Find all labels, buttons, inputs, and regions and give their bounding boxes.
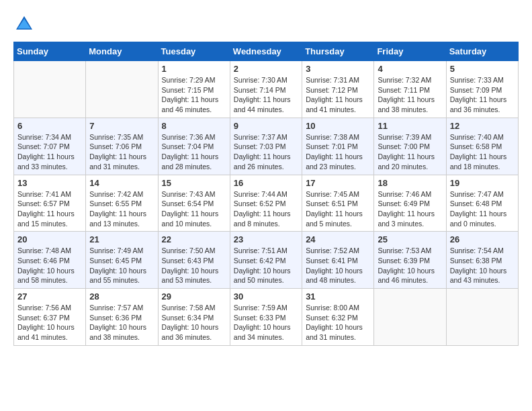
- calendar-day-cell: 16Sunrise: 7:44 AMSunset: 6:52 PMDayligh…: [230, 175, 302, 232]
- calendar-day-cell: 5Sunrise: 7:33 AMSunset: 7:09 PMDaylight…: [446, 61, 518, 118]
- day-number: 25: [378, 234, 442, 244]
- day-info: Sunrise: 7:49 AMSunset: 6:45 PMDaylight:…: [89, 246, 154, 285]
- calendar-table: SundayMondayTuesdayWednesdayThursdayFrid…: [13, 42, 519, 346]
- day-info: Sunrise: 7:30 AMSunset: 7:14 PMDaylight:…: [234, 75, 298, 115]
- day-info: Sunrise: 7:47 AMSunset: 6:48 PMDaylight:…: [450, 189, 515, 229]
- day-info: Sunrise: 7:43 AMSunset: 6:54 PMDaylight:…: [162, 189, 226, 229]
- logo: [13, 13, 38, 35]
- calendar-day-cell: 26Sunrise: 7:54 AMSunset: 6:38 PMDayligh…: [446, 232, 518, 289]
- day-info: Sunrise: 8:00 AMSunset: 6:32 PMDaylight:…: [306, 303, 370, 342]
- calendar-day-cell: 14Sunrise: 7:42 AMSunset: 6:55 PMDayligh…: [86, 175, 158, 232]
- calendar-day-cell: 9Sunrise: 7:37 AMSunset: 7:03 PMDaylight…: [230, 118, 302, 175]
- calendar-day-cell: 1Sunrise: 7:29 AMSunset: 7:15 PMDaylight…: [158, 61, 230, 118]
- calendar-day-cell: 20Sunrise: 7:48 AMSunset: 6:46 PMDayligh…: [14, 232, 86, 289]
- day-number: 15: [162, 178, 226, 188]
- day-number: 22: [162, 234, 226, 244]
- day-number: 31: [306, 291, 370, 302]
- day-number: 19: [450, 178, 515, 188]
- day-info: Sunrise: 7:57 AMSunset: 6:36 PMDaylight:…: [89, 303, 154, 342]
- day-info: Sunrise: 7:29 AMSunset: 7:15 PMDaylight:…: [162, 75, 226, 115]
- day-of-week-header: Tuesday: [158, 42, 230, 61]
- day-info: Sunrise: 7:31 AMSunset: 7:12 PMDaylight:…: [306, 75, 370, 115]
- day-number: 3: [306, 64, 370, 74]
- calendar-day-cell: [14, 61, 86, 118]
- day-info: Sunrise: 7:46 AMSunset: 6:49 PMDaylight:…: [378, 189, 442, 229]
- calendar-day-cell: 7Sunrise: 7:35 AMSunset: 7:06 PMDaylight…: [86, 118, 158, 175]
- calendar-week-row: 1Sunrise: 7:29 AMSunset: 7:15 PMDaylight…: [14, 61, 519, 118]
- day-number: 10: [306, 121, 370, 131]
- calendar-day-cell: 6Sunrise: 7:34 AMSunset: 7:07 PMDaylight…: [14, 118, 86, 175]
- calendar-day-cell: 2Sunrise: 7:30 AMSunset: 7:14 PMDaylight…: [230, 61, 302, 118]
- calendar-day-cell: 13Sunrise: 7:41 AMSunset: 6:57 PMDayligh…: [14, 175, 86, 232]
- page-header: [13, 13, 519, 35]
- day-number: 4: [378, 64, 442, 74]
- day-number: 23: [234, 234, 298, 244]
- day-number: 14: [89, 178, 154, 188]
- day-info: Sunrise: 7:58 AMSunset: 6:34 PMDaylight:…: [162, 303, 226, 342]
- day-number: 24: [306, 234, 370, 244]
- calendar-day-cell: 4Sunrise: 7:32 AMSunset: 7:11 PMDaylight…: [374, 61, 446, 118]
- day-of-week-header: Saturday: [446, 42, 518, 61]
- day-number: 29: [162, 291, 226, 302]
- day-info: Sunrise: 7:42 AMSunset: 6:55 PMDaylight:…: [89, 189, 154, 229]
- day-info: Sunrise: 7:37 AMSunset: 7:03 PMDaylight:…: [234, 132, 298, 172]
- day-number: 17: [306, 178, 370, 188]
- day-number: 30: [234, 291, 298, 302]
- day-info: Sunrise: 7:48 AMSunset: 6:46 PMDaylight:…: [17, 246, 82, 285]
- day-number: 8: [162, 121, 226, 131]
- day-number: 26: [450, 234, 515, 244]
- calendar-day-cell: [446, 289, 518, 346]
- day-info: Sunrise: 7:33 AMSunset: 7:09 PMDaylight:…: [450, 75, 515, 115]
- calendar-day-cell: 10Sunrise: 7:38 AMSunset: 7:01 PMDayligh…: [302, 118, 374, 175]
- day-of-week-header: Thursday: [302, 42, 374, 61]
- calendar-week-row: 13Sunrise: 7:41 AMSunset: 6:57 PMDayligh…: [14, 175, 519, 232]
- calendar-day-cell: 29Sunrise: 7:58 AMSunset: 6:34 PMDayligh…: [158, 289, 230, 346]
- day-info: Sunrise: 7:45 AMSunset: 6:51 PMDaylight:…: [306, 189, 370, 229]
- day-info: Sunrise: 7:54 AMSunset: 6:38 PMDaylight:…: [450, 246, 515, 285]
- calendar-day-cell: 24Sunrise: 7:52 AMSunset: 6:41 PMDayligh…: [302, 232, 374, 289]
- calendar-day-cell: 19Sunrise: 7:47 AMSunset: 6:48 PMDayligh…: [446, 175, 518, 232]
- day-info: Sunrise: 7:53 AMSunset: 6:39 PMDaylight:…: [378, 246, 442, 285]
- day-number: 2: [234, 64, 298, 74]
- calendar-day-cell: 3Sunrise: 7:31 AMSunset: 7:12 PMDaylight…: [302, 61, 374, 118]
- day-number: 12: [450, 121, 515, 131]
- day-info: Sunrise: 7:36 AMSunset: 7:04 PMDaylight:…: [162, 132, 226, 172]
- calendar-day-cell: 22Sunrise: 7:50 AMSunset: 6:43 PMDayligh…: [158, 232, 230, 289]
- day-info: Sunrise: 7:35 AMSunset: 7:06 PMDaylight:…: [89, 132, 154, 172]
- calendar-day-cell: 23Sunrise: 7:51 AMSunset: 6:42 PMDayligh…: [230, 232, 302, 289]
- day-number: 20: [17, 234, 82, 244]
- day-of-week-header: Sunday: [14, 42, 86, 61]
- day-number: 18: [378, 178, 442, 188]
- calendar-day-cell: 30Sunrise: 7:59 AMSunset: 6:33 PMDayligh…: [230, 289, 302, 346]
- calendar-day-cell: 28Sunrise: 7:57 AMSunset: 6:36 PMDayligh…: [86, 289, 158, 346]
- day-number: 6: [17, 121, 82, 131]
- day-info: Sunrise: 7:39 AMSunset: 7:00 PMDaylight:…: [378, 132, 442, 172]
- calendar-day-cell: 18Sunrise: 7:46 AMSunset: 6:49 PMDayligh…: [374, 175, 446, 232]
- day-info: Sunrise: 7:56 AMSunset: 6:37 PMDaylight:…: [17, 303, 82, 342]
- calendar-day-cell: 15Sunrise: 7:43 AMSunset: 6:54 PMDayligh…: [158, 175, 230, 232]
- day-info: Sunrise: 7:34 AMSunset: 7:07 PMDaylight:…: [17, 132, 82, 172]
- calendar-day-cell: [86, 61, 158, 118]
- day-info: Sunrise: 7:44 AMSunset: 6:52 PMDaylight:…: [234, 189, 298, 229]
- day-number: 5: [450, 64, 515, 74]
- day-number: 1: [162, 64, 226, 74]
- calendar-week-row: 6Sunrise: 7:34 AMSunset: 7:07 PMDaylight…: [14, 118, 519, 175]
- calendar-day-cell: 8Sunrise: 7:36 AMSunset: 7:04 PMDaylight…: [158, 118, 230, 175]
- day-info: Sunrise: 7:41 AMSunset: 6:57 PMDaylight:…: [17, 189, 82, 229]
- logo-icon: [13, 13, 35, 35]
- day-info: Sunrise: 7:59 AMSunset: 6:33 PMDaylight:…: [234, 303, 298, 342]
- day-of-week-header: Monday: [86, 42, 158, 61]
- calendar-day-cell: 25Sunrise: 7:53 AMSunset: 6:39 PMDayligh…: [374, 232, 446, 289]
- calendar-week-row: 20Sunrise: 7:48 AMSunset: 6:46 PMDayligh…: [14, 232, 519, 289]
- calendar-day-cell: [374, 289, 446, 346]
- day-number: 7: [89, 121, 154, 131]
- day-of-week-header: Friday: [374, 42, 446, 61]
- day-number: 21: [89, 234, 154, 244]
- calendar-day-cell: 11Sunrise: 7:39 AMSunset: 7:00 PMDayligh…: [374, 118, 446, 175]
- calendar-header-row: SundayMondayTuesdayWednesdayThursdayFrid…: [14, 42, 519, 61]
- calendar-day-cell: 27Sunrise: 7:56 AMSunset: 6:37 PMDayligh…: [14, 289, 86, 346]
- calendar-day-cell: 12Sunrise: 7:40 AMSunset: 6:58 PMDayligh…: [446, 118, 518, 175]
- day-info: Sunrise: 7:40 AMSunset: 6:58 PMDaylight:…: [450, 132, 515, 172]
- calendar-day-cell: 31Sunrise: 8:00 AMSunset: 6:32 PMDayligh…: [302, 289, 374, 346]
- day-info: Sunrise: 7:32 AMSunset: 7:11 PMDaylight:…: [378, 75, 442, 115]
